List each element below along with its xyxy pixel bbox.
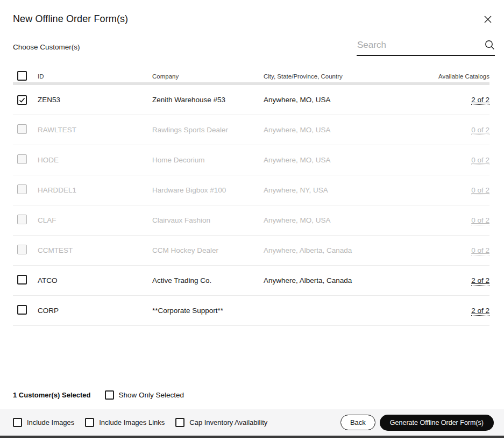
header-catalogs: Available Catalogs [438,73,489,80]
customer-id-cell: CORP [38,307,152,315]
table-row[interactable]: ATCOActive Trading Co.Anywhere, Alberta,… [13,266,489,296]
available-catalogs-link[interactable]: 0 of 2 [471,216,489,225]
row-checkbox[interactable] [17,95,27,105]
show-only-selected-checkbox[interactable] [105,390,114,400]
customer-id-cell: ZEN53 [38,96,152,104]
company-cell: Clairvaux Fashion [152,216,264,224]
header-company: Company [152,73,264,80]
generate-offline-order-form-button[interactable]: Generate Offline Order Form(s) [380,415,494,431]
company-cell: Home Decorium [152,156,264,164]
available-catalogs-link[interactable]: 0 of 2 [471,186,489,195]
available-catalogs-link[interactable]: 2 of 2 [471,276,489,286]
company-cell: **Corporate Support** [152,307,264,315]
close-icon [484,15,492,25]
export-option[interactable]: Include Images [13,418,74,427]
header-location: City, State/Province, Country [264,73,438,80]
table-row: CCMTESTCCM Hockey DealerAnywhere, Albert… [13,236,489,266]
customer-id-cell: HODE [38,156,152,164]
table-row: HARDDEL1Hardware Bigbox #100Anywhere, NY… [13,175,489,205]
customer-id-cell: ATCO [38,276,152,284]
customer-id-cell: HARDDEL1 [38,186,152,194]
select-all-checkbox[interactable] [17,71,27,81]
location-cell: Anywhere, MO, USA [264,96,471,104]
page-title: New Offline Order Form(s) [13,13,128,25]
export-option-label: Include Images Links [99,418,165,426]
table-row: RAWLTESTRawlings Sports DealerAnywhere, … [13,115,489,145]
export-option[interactable]: Include Images Links [85,418,165,427]
company-cell: CCM Hockey Dealer [152,246,264,254]
row-checkbox [17,154,27,164]
export-option-checkbox[interactable] [85,418,94,427]
row-checkbox [17,184,27,194]
row-checkbox [17,124,27,134]
available-catalogs-link[interactable]: 2 of 2 [471,96,489,105]
action-bar: Include ImagesInclude Images LinksCap In… [0,409,504,438]
table-row: CLAFClairvaux FashionAnywhere, MO, USA0 … [13,205,489,236]
row-checkbox[interactable] [17,305,27,315]
export-option-checkbox[interactable] [13,418,22,427]
company-cell: Rawlings Sports Dealer [152,126,264,134]
available-catalogs-link[interactable]: 0 of 2 [471,126,489,135]
customer-table: ID Company City, State/Province, Country… [13,70,489,326]
customer-id-cell: RAWLTEST [38,126,152,134]
available-catalogs-link[interactable]: 0 of 2 [471,246,489,255]
search-icon[interactable] [485,40,495,52]
choose-customers-label: Choose Customer(s) [13,43,80,51]
export-option-checkbox[interactable] [175,418,184,427]
export-options: Include ImagesInclude Images LinksCap In… [13,418,267,427]
table-header-row: ID Company City, State/Province, Country… [13,70,489,85]
location-cell: Anywhere, MO, USA [264,156,471,164]
available-catalogs-link[interactable]: 0 of 2 [471,156,489,165]
table-row[interactable]: ZEN53Zenith Warehouse #53Anywhere, MO, U… [13,85,489,115]
row-checkbox[interactable] [17,275,27,284]
row-checkbox [17,245,27,254]
location-cell: Anywhere, Alberta, Canada [264,246,471,254]
export-option-label: Cap Inventory Availability [189,418,267,426]
location-cell: Anywhere, NY, USA [264,186,471,194]
search-field [357,38,495,56]
company-cell: Zenith Warehouse #53 [152,96,264,104]
customer-id-cell: CLAF [38,216,152,224]
selection-summary: 1 Customer(s) Selected Show Only Selecte… [13,390,184,400]
company-cell: Hardware Bigbox #100 [152,186,264,194]
company-cell: Active Trading Co. [152,276,264,284]
table-body: ZEN53Zenith Warehouse #53Anywhere, MO, U… [13,85,489,326]
close-button[interactable] [482,14,494,26]
show-only-selected-label: Show Only Selected [119,391,184,399]
location-cell: Anywhere, MO, USA [264,126,471,134]
table-row: HODEHome DecoriumAnywhere, MO, USA0 of 2 [13,145,489,175]
table-row[interactable]: CORP**Corporate Support**2 of 2 [13,296,489,326]
back-button[interactable]: Back [340,415,375,430]
location-cell: Anywhere, Alberta, Canada [264,276,471,284]
customer-id-cell: CCMTEST [38,246,152,254]
show-only-selected-toggle[interactable]: Show Only Selected [105,390,184,400]
row-checkbox [17,215,27,224]
export-option[interactable]: Cap Inventory Availability [175,418,267,427]
location-cell: Anywhere, MO, USA [264,216,471,224]
export-option-label: Include Images [27,418,74,426]
header-id: ID [38,73,152,80]
available-catalogs-link[interactable]: 2 of 2 [471,307,489,316]
selected-count-text: 1 Customer(s) Selected [13,391,91,399]
search-input[interactable] [357,40,485,53]
